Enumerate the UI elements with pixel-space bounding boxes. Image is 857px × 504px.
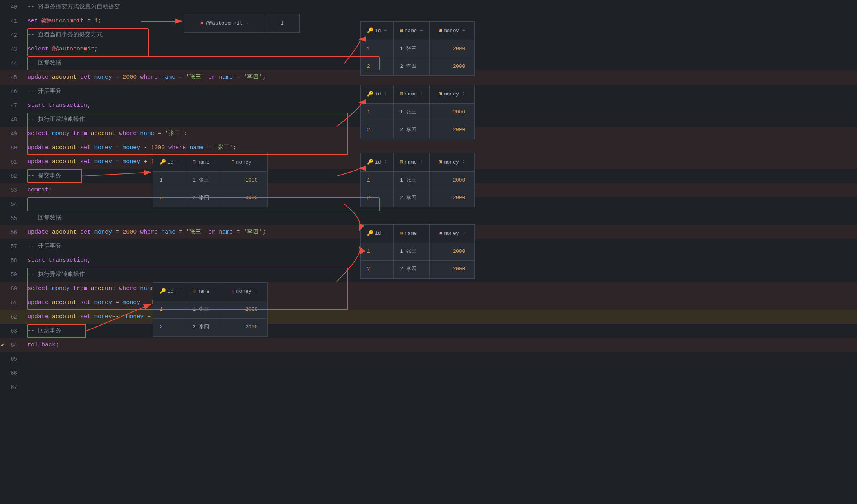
- result-table-second-right: 🔑id ÷ ⊞name ÷ ⊞money ÷ 1 1 张三 2000 2 2 李…: [360, 224, 475, 279]
- line-65: 65: [0, 352, 857, 366]
- line-66: 66: [0, 366, 857, 380]
- code-editor: 40 -- 将事务提交方式设置为自动提交 41 set @@autocommit…: [0, 0, 857, 394]
- line-55: 55 -- 回复数据: [0, 211, 857, 225]
- line-60: 60 select money from account where name …: [0, 282, 857, 296]
- result-table-mid-right: 🔑id ÷ ⊞name ÷ ⊞money ÷ 1 1 张三 2000 2 2 李…: [360, 85, 475, 139]
- line-67: 67: [0, 380, 857, 394]
- result-table-commit-right: 🔑id ÷ ⊞name ÷ ⊞money ÷ 1 1 张三 2000 2 2 李…: [360, 153, 475, 207]
- line-40: 40 -- 将事务提交方式设置为自动提交: [0, 0, 857, 14]
- line-62: 62 update account set money~-= money + 1…: [0, 310, 857, 324]
- result-table-rollback-center: 🔑id ÷ ⊞name ÷ ⊞money ÷ 1 1 张三 2000 2 2 李…: [153, 282, 268, 337]
- autocommit-table: ⊞ @@autocommit ÷ 1: [184, 14, 300, 33]
- line-63: 63 -- 回滚事务: [0, 324, 857, 338]
- result-table-commit-center: 🔑id ÷ ⊞name ÷ ⊞money ÷ 1 1 张三 1000 2 2 李…: [153, 153, 268, 207]
- line-64: ✔64 rollback;: [0, 338, 857, 352]
- line-61: 61 update account set money = money - 10…: [0, 296, 857, 310]
- result-table-top-right: 🔑id ÷ ⊞name ÷ ⊞money ÷ 1 1 张三 2000 2 2 李…: [360, 21, 475, 76]
